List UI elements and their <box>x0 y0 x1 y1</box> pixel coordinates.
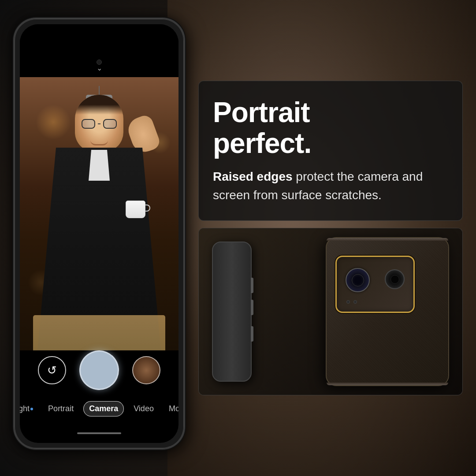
shutter-button[interactable] <box>79 350 119 390</box>
mode-more[interactable]: More <box>164 402 178 416</box>
mode-video[interactable]: Video <box>128 402 159 416</box>
camera-viewfinder <box>20 77 178 350</box>
camera-modes-bar: Sight Portrait Camera Video More <box>20 401 178 416</box>
swipe-indicator: ⌄ <box>97 64 102 72</box>
right-panel: Portrait perfect. Raised edges protect t… <box>198 13 463 463</box>
mode-portrait-label: Portrait <box>48 404 74 413</box>
feature-text-box: Portrait perfect. Raised edges protect t… <box>198 81 463 221</box>
laptop-foreground <box>33 315 165 350</box>
last-photo-thumbnail[interactable] <box>132 356 160 384</box>
subtext-bold: Raised edges <box>213 170 293 183</box>
mode-camera-label: Camera <box>89 404 118 413</box>
camera-module <box>335 256 415 313</box>
phone-closeup-scene <box>199 228 462 395</box>
side-button-2 <box>251 300 253 315</box>
side-button-1 <box>251 278 253 293</box>
viewfinder-scene <box>20 77 178 350</box>
person-hair <box>75 95 123 115</box>
main-container: ⌄ <box>0 0 476 476</box>
coffee-cup <box>126 201 145 218</box>
side-button-3 <box>251 326 253 342</box>
phone-back-view <box>326 237 449 386</box>
person-subject <box>37 95 161 350</box>
phone-outer-case: ⌄ <box>13 18 185 450</box>
phone-mockup: ⌄ <box>13 18 185 450</box>
camera-controls: ↺ <box>20 350 178 390</box>
lamp-cord <box>99 86 100 95</box>
person-glasses <box>82 119 117 129</box>
rotate-camera-button[interactable]: ↺ <box>38 356 66 384</box>
secondary-lens-inner <box>390 275 399 284</box>
home-indicator <box>77 432 121 434</box>
mode-camera[interactable]: Camera <box>83 401 124 416</box>
phone-side-view <box>212 242 252 382</box>
mode-sight[interactable]: Sight <box>20 402 38 416</box>
headline-line2: perfect. <box>213 127 311 159</box>
sensor-dot-1 <box>346 300 350 304</box>
headline-line1: Portrait <box>213 97 310 128</box>
mode-sight-label: Sight <box>20 404 30 413</box>
sensor-dot-2 <box>353 300 357 304</box>
main-lens-inner <box>352 274 364 286</box>
person-head <box>75 95 123 152</box>
phone-screen: ⌄ <box>20 24 178 443</box>
person-smile <box>90 140 108 145</box>
glasses-bridge <box>98 123 100 124</box>
glasses-right-lens <box>103 119 117 129</box>
feature-subtext: Raised edges protect the camera and scre… <box>213 167 448 205</box>
raised-edge-bottom <box>327 383 448 385</box>
headline: Portrait perfect. <box>213 97 448 159</box>
mode-portrait[interactable]: Portrait <box>43 402 79 416</box>
rotate-icon: ↺ <box>47 364 57 377</box>
cup-handle <box>145 205 150 212</box>
product-closeup-image <box>198 228 463 395</box>
main-lens <box>346 268 370 292</box>
mode-video-label: Video <box>134 404 154 413</box>
glasses-left-lens <box>82 119 95 129</box>
secondary-lens <box>385 269 405 289</box>
chevron-down-icon: ⌄ <box>97 64 102 72</box>
mode-sight-dot <box>30 408 33 410</box>
mode-more-label: More <box>169 404 178 413</box>
